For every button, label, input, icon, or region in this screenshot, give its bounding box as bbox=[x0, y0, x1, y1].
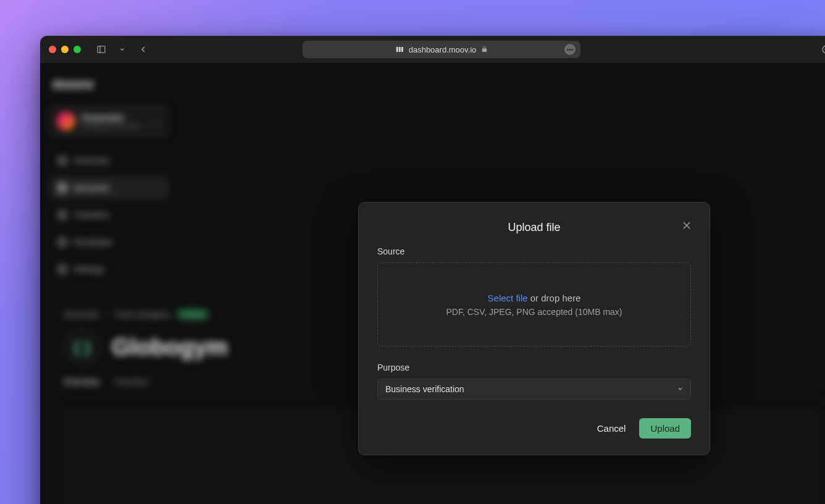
breadcrumb-separator: › bbox=[106, 309, 109, 319]
gear-icon bbox=[57, 264, 67, 274]
purpose-label: Purpose bbox=[377, 363, 691, 372]
tab-transfers[interactable]: Transfers bbox=[113, 377, 149, 387]
app-root: moov Flowholder Production account ⌄ Ove… bbox=[40, 63, 825, 504]
account-switcher[interactable]: Flowholder Production account ⌄ bbox=[49, 105, 169, 137]
sidebar-item-label: Overview bbox=[73, 156, 109, 166]
sidebar-item-label: Transfers bbox=[73, 210, 110, 220]
svg-rect-3 bbox=[399, 47, 401, 52]
minimize-window-button[interactable] bbox=[61, 46, 69, 53]
cancel-button[interactable]: Cancel bbox=[597, 423, 626, 434]
purpose-select-value: Business verification bbox=[385, 384, 464, 394]
sidebar-toggle-icon[interactable] bbox=[93, 41, 109, 57]
svg-rect-4 bbox=[401, 47, 403, 52]
sidebar-item-transfers[interactable]: Transfers bbox=[49, 203, 169, 227]
site-icon bbox=[395, 45, 404, 54]
sidebar-item-label: Settings bbox=[73, 264, 105, 274]
sidebar-item-label: Developer bbox=[73, 237, 113, 247]
status-badge: Verified bbox=[176, 309, 210, 320]
svg-rect-0 bbox=[98, 46, 105, 53]
user-icon bbox=[57, 183, 67, 193]
sidebar-item-label: Accounts bbox=[73, 183, 109, 193]
dropzone-filetypes: PDF, CSV, JPEG, PNG accepted (10MB max) bbox=[446, 307, 622, 317]
sidebar: moov Flowholder Production account ⌄ Ove… bbox=[40, 63, 177, 293]
modal-header: Upload file bbox=[377, 221, 691, 234]
brand-logo: moov bbox=[49, 74, 169, 99]
page-title: Globogym bbox=[112, 334, 228, 361]
transfer-icon bbox=[57, 210, 67, 220]
browser-toolbar: dashboard.moov.io ••• bbox=[40, 36, 825, 63]
reader-icon[interactable]: ••• bbox=[564, 44, 576, 55]
back-button[interactable] bbox=[135, 41, 151, 57]
browser-window: dashboard.moov.io ••• moov Flowh bbox=[40, 36, 825, 504]
tab-overview[interactable]: Overview bbox=[64, 377, 99, 387]
purpose-select[interactable]: Business verification bbox=[377, 379, 691, 400]
select-file-link[interactable]: Select file bbox=[488, 293, 528, 303]
window-controls bbox=[49, 46, 81, 53]
sidebar-item-accounts[interactable]: Accounts bbox=[49, 175, 169, 200]
modal-actions: Cancel Upload bbox=[377, 418, 691, 439]
purpose-select-wrap: Business verification bbox=[377, 379, 691, 400]
breadcrumb-current: Cool company bbox=[114, 309, 170, 319]
sidebar-item-settings[interactable]: Settings bbox=[49, 257, 169, 282]
account-name: Flowholder bbox=[82, 113, 147, 122]
dropzone-instruction: Select file or drop here bbox=[488, 293, 581, 303]
url-bar[interactable]: dashboard.moov.io ••• bbox=[303, 41, 580, 58]
svg-rect-2 bbox=[396, 47, 398, 52]
file-dropzone[interactable]: Select file or drop here PDF, CSV, JPEG,… bbox=[377, 262, 691, 346]
nav: Overview Accounts Transfers Developer bbox=[49, 148, 169, 282]
maximize-window-button[interactable] bbox=[73, 46, 81, 53]
sidebar-item-developer[interactable]: Developer bbox=[49, 230, 169, 254]
breadcrumb-root[interactable]: Accounts bbox=[64, 309, 99, 319]
lock-icon bbox=[481, 46, 488, 54]
downloads-icon[interactable] bbox=[818, 41, 825, 57]
chevron-down-icon: ⌄ bbox=[153, 116, 161, 126]
code-icon bbox=[57, 237, 67, 247]
sidebar-item-overview[interactable]: Overview bbox=[49, 148, 169, 173]
upload-button[interactable]: Upload bbox=[639, 418, 691, 439]
url-text: dashboard.moov.io bbox=[409, 45, 477, 54]
upload-file-modal: Upload file Source Select file or drop h… bbox=[358, 202, 710, 455]
modal-title: Upload file bbox=[377, 221, 691, 234]
account-avatar: { } bbox=[64, 329, 101, 366]
close-window-button[interactable] bbox=[49, 46, 56, 53]
home-icon bbox=[57, 156, 67, 166]
avatar bbox=[57, 112, 75, 130]
chevron-down-icon[interactable] bbox=[114, 41, 130, 57]
source-label: Source bbox=[377, 246, 691, 256]
close-icon[interactable] bbox=[679, 217, 695, 233]
account-type: Production account bbox=[82, 122, 147, 130]
dropzone-or-text: or drop here bbox=[530, 293, 581, 303]
